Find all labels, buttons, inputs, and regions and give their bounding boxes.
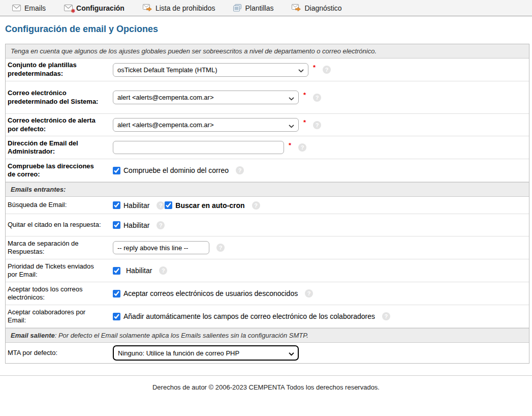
reply-separator-label: Marca de separación de Respuestas: (6, 237, 107, 259)
email-fetch-enable-checkbox[interactable] (113, 201, 120, 209)
tab-configuracion-label: Configuración (76, 4, 124, 12)
row-default-mta: MTA por defecto: Ninguno: Utilice la fun… (6, 343, 529, 363)
help-icon[interactable]: ? (305, 289, 313, 298)
tab-configuracion[interactable]: ✱ Configuración (64, 4, 124, 12)
email-fetch-label: Búsqueda de Email: (6, 198, 107, 212)
row-default-alert-email: Correo electrónico de alerta por defecto… (6, 114, 529, 136)
row-email-fetch: Búsqueda de Email: Habilitar ? Buscar en… (6, 197, 529, 214)
accept-all-checkbox-label: Aceptar correos electrónicos de usuarios… (123, 289, 298, 298)
help-icon[interactable]: ? (313, 94, 321, 102)
help-icon[interactable]: ? (157, 201, 165, 210)
section-emails-entrantes: Emails entrantes: (6, 182, 529, 197)
email-fetch-autocron-checkbox[interactable] (165, 201, 172, 209)
help-icon[interactable]: ? (252, 201, 260, 210)
tab-diagnostico-label: Diagnóstico (304, 4, 341, 12)
envelope-icon (12, 5, 21, 11)
required-asterisk: * (289, 141, 291, 149)
red-gear-badge: ✱ (71, 9, 75, 14)
default-system-email-label: Correo electrónico predeterminado del Si… (6, 86, 107, 108)
default-system-email-select[interactable]: alert <alerts@cempenta.com.ar> (113, 91, 299, 104)
top-nav: Emails ✱ Configuración Lista de prohibid… (0, 0, 532, 16)
default-alert-email-select[interactable]: alert <alerts@cempenta.com.ar> (113, 118, 299, 132)
accept-all-label: Aceptar todos los correos electrónicos: (6, 283, 107, 305)
help-icon[interactable]: ? (323, 66, 331, 74)
email-priority-checkbox-label: Habilitar (126, 266, 152, 275)
accept-collaborators-label: Aceptar colaboradores por Email: (6, 306, 107, 328)
help-icon[interactable]: ? (313, 121, 321, 129)
help-icon[interactable]: ? (216, 244, 225, 252)
copyright-text: Derechos de autor © 2006-2023 CEMPENTA T… (152, 383, 380, 391)
tab-lista-de-prohibidos[interactable]: Lista de prohibidos (143, 4, 215, 12)
strip-quoted-checkbox[interactable] (113, 221, 120, 229)
row-admin-email: Dirección de Email del Administrador: * … (6, 136, 529, 159)
accept-collaborators-checkbox[interactable] (113, 313, 120, 320)
accept-collaborators-checkbox-label: Añadir automáticamente los campos de cor… (123, 312, 375, 320)
default-alert-email-label: Correo electrónico de alerta por defecto… (6, 114, 107, 136)
email-priority-checkbox[interactable] (113, 267, 120, 275)
email-priority-label: Prioridad de Tickets enviados por Email: (6, 260, 107, 282)
accept-all-checkbox[interactable] (113, 290, 120, 298)
row-reply-separator: Marca de separación de Respuestas: ? (6, 236, 529, 259)
row-verify-email: Compruebe las direcciones de correo: Com… (6, 159, 529, 182)
footer: Derechos de autor © 2006-2023 CEMPENTA T… (0, 375, 532, 391)
outgoing-section-title: Email saliente (11, 332, 55, 339)
default-template-set-select[interactable]: osTicket Default Template (HTML) (113, 63, 308, 77)
email-fetch-autocron-label: Buscar en auto-cron (175, 201, 244, 210)
templates-icon (233, 4, 241, 12)
row-strip-quoted-reply: Quitar el citado en la respuesta: Habili… (6, 214, 529, 236)
tab-lista-label: Lista de prohibidos (155, 4, 215, 12)
page-title: Configuración de email y Opciones (5, 24, 532, 35)
default-mta-label: MTA por defecto: (6, 346, 107, 360)
required-asterisk: * (303, 118, 306, 126)
email-settings-table: Tenga en cuenta que algunos de los ajust… (5, 44, 529, 364)
help-icon[interactable]: ? (236, 166, 244, 174)
tab-emails-label: Emails (24, 4, 46, 12)
admin-email-label: Dirección de Email del Administrador: (6, 137, 107, 159)
default-mta-select[interactable]: Ninguno: Utilice la función de correo PH… (113, 345, 299, 361)
row-accept-collaborators: Aceptar colaboradores por Email: Añadir … (6, 305, 529, 328)
tab-plantillas-label: Plantillas (245, 4, 273, 12)
verify-email-checkbox-label: Compruebe el dominio del correo (123, 166, 229, 174)
row-default-template-set: Conjunto de plantillas predeterminadas: … (6, 58, 529, 81)
required-asterisk: * (313, 64, 316, 71)
help-icon[interactable]: ? (157, 221, 165, 229)
help-icon[interactable]: ? (159, 266, 167, 275)
strip-quoted-label: Quitar el citado en la respuesta: (6, 218, 107, 232)
envelope-arrow-icon (143, 4, 152, 12)
verify-email-label: Compruebe las direcciones de correo: (6, 160, 107, 182)
default-template-set-label: Conjunto de plantillas predeterminadas: (6, 58, 107, 80)
verify-email-checkbox[interactable] (113, 167, 120, 174)
email-fetch-enable-label: Habilitar (123, 201, 149, 210)
tab-plantillas[interactable]: Plantillas (233, 4, 273, 12)
section-email-saliente: Email saliente: Por defecto el Email sol… (6, 328, 529, 343)
outgoing-section-text: : Por defecto el Email solamente aplica … (55, 332, 308, 339)
row-email-priority: Prioridad de Tickets enviados por Email:… (6, 259, 529, 282)
strip-quoted-checkbox-label: Habilitar (123, 221, 149, 229)
help-icon[interactable]: ? (298, 143, 306, 152)
tab-diagnostico[interactable]: Diagnóstico (292, 4, 341, 12)
reply-separator-input[interactable] (113, 241, 209, 254)
row-accept-all-emails: Aceptar todos los correos electrónicos: … (6, 282, 529, 305)
global-settings-notice: Tenga en cuenta que algunos de los ajust… (6, 44, 529, 58)
row-default-system-email: Correo electrónico predeterminado del Si… (6, 81, 529, 114)
envelope-gear-icon: ✱ (64, 5, 73, 11)
required-asterisk: * (303, 91, 306, 99)
help-icon[interactable]: ? (382, 312, 390, 320)
envelope-arrow-icon (292, 4, 301, 12)
tab-emails[interactable]: Emails (12, 4, 46, 12)
admin-email-input[interactable] (113, 141, 284, 154)
